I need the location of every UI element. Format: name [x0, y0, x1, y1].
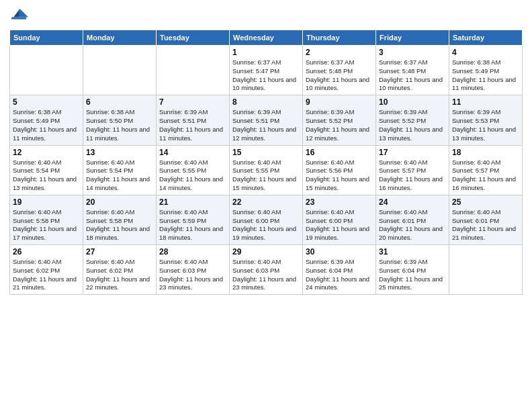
calendar-week-row: 26Sunrise: 6:40 AMSunset: 6:02 PMDayligh…: [10, 245, 523, 295]
calendar-day-cell: 10Sunrise: 6:39 AMSunset: 5:52 PMDayligh…: [376, 95, 449, 145]
calendar-day-cell: 6Sunrise: 6:38 AMSunset: 5:50 PMDaylight…: [83, 95, 157, 145]
page: SundayMondayTuesdayWednesdayThursdayFrid…: [0, 0, 532, 411]
day-info: Sunrise: 6:40 AMSunset: 5:55 PMDaylight:…: [232, 158, 300, 193]
logo-icon: [9, 7, 28, 26]
day-info: Sunrise: 6:38 AMSunset: 5:49 PMDaylight:…: [452, 58, 519, 93]
day-number: 9: [306, 97, 373, 107]
calendar-day-cell: 1Sunrise: 6:37 AMSunset: 5:47 PMDaylight…: [230, 46, 303, 95]
day-info: Sunrise: 6:39 AMSunset: 5:51 PMDaylight:…: [232, 108, 300, 142]
calendar-day-cell: [157, 46, 230, 95]
calendar-day-cell: 22Sunrise: 6:40 AMSunset: 6:00 PMDayligh…: [230, 195, 303, 244]
day-of-week-header: Tuesday: [157, 30, 230, 46]
day-number: 27: [86, 247, 153, 257]
day-info: Sunrise: 6:38 AMSunset: 5:50 PMDaylight:…: [86, 108, 153, 142]
day-of-week-header: Wednesday: [230, 30, 303, 46]
day-of-week-header: Friday: [376, 30, 449, 46]
calendar-day-cell: 13Sunrise: 6:40 AMSunset: 5:54 PMDayligh…: [83, 145, 157, 195]
day-number: 5: [13, 97, 80, 107]
svg-marker-0: [20, 9, 28, 17]
calendar-day-cell: 30Sunrise: 6:39 AMSunset: 6:04 PMDayligh…: [303, 245, 376, 295]
day-info: Sunrise: 6:40 AMSunset: 5:57 PMDaylight:…: [452, 158, 519, 193]
calendar-day-cell: 18Sunrise: 6:40 AMSunset: 5:57 PMDayligh…: [449, 145, 523, 195]
day-number: 22: [232, 197, 300, 207]
day-number: 29: [232, 247, 300, 257]
calendar-week-row: 19Sunrise: 6:40 AMSunset: 5:58 PMDayligh…: [10, 195, 523, 244]
day-number: 6: [86, 97, 153, 107]
day-number: 1: [232, 48, 300, 57]
day-number: 11: [452, 97, 519, 107]
calendar-day-cell: 23Sunrise: 6:40 AMSunset: 6:00 PMDayligh…: [303, 195, 376, 244]
day-number: 13: [86, 148, 153, 157]
day-info: Sunrise: 6:40 AMSunset: 6:03 PMDaylight:…: [232, 258, 300, 292]
day-number: 10: [379, 97, 446, 107]
calendar-day-cell: 14Sunrise: 6:40 AMSunset: 5:55 PMDayligh…: [157, 145, 230, 195]
day-info: Sunrise: 6:39 AMSunset: 5:52 PMDaylight:…: [306, 108, 373, 142]
calendar-day-cell: 25Sunrise: 6:40 AMSunset: 6:01 PMDayligh…: [449, 195, 523, 244]
day-info: Sunrise: 6:40 AMSunset: 5:56 PMDaylight:…: [306, 158, 373, 193]
day-info: Sunrise: 6:37 AMSunset: 5:48 PMDaylight:…: [306, 58, 373, 93]
day-info: Sunrise: 6:39 AMSunset: 6:04 PMDaylight:…: [306, 258, 373, 292]
day-info: Sunrise: 6:40 AMSunset: 6:02 PMDaylight:…: [86, 258, 153, 292]
day-info: Sunrise: 6:40 AMSunset: 5:54 PMDaylight:…: [13, 158, 80, 193]
day-info: Sunrise: 6:40 AMSunset: 5:57 PMDaylight:…: [379, 158, 446, 193]
day-of-week-header: Sunday: [10, 30, 83, 46]
day-info: Sunrise: 6:40 AMSunset: 6:02 PMDaylight:…: [13, 258, 80, 292]
calendar-day-cell: 26Sunrise: 6:40 AMSunset: 6:02 PMDayligh…: [10, 245, 83, 295]
day-number: 15: [232, 148, 300, 157]
day-info: Sunrise: 6:40 AMSunset: 6:00 PMDaylight:…: [306, 208, 373, 242]
day-info: Sunrise: 6:40 AMSunset: 5:54 PMDaylight:…: [86, 158, 153, 193]
svg-rect-2: [11, 17, 26, 19]
day-info: Sunrise: 6:40 AMSunset: 6:03 PMDaylight:…: [159, 258, 226, 292]
logo: [9, 7, 30, 26]
day-info: Sunrise: 6:39 AMSunset: 5:51 PMDaylight:…: [159, 108, 226, 142]
day-number: 23: [306, 197, 373, 207]
day-number: 7: [159, 97, 226, 107]
calendar-day-cell: 3Sunrise: 6:37 AMSunset: 5:48 PMDaylight…: [376, 46, 449, 95]
calendar-day-cell: 16Sunrise: 6:40 AMSunset: 5:56 PMDayligh…: [303, 145, 376, 195]
day-number: 28: [159, 247, 226, 257]
calendar-day-cell: 5Sunrise: 6:38 AMSunset: 5:49 PMDaylight…: [10, 95, 83, 145]
day-number: 12: [13, 148, 80, 157]
calendar-day-cell: 27Sunrise: 6:40 AMSunset: 6:02 PMDayligh…: [83, 245, 157, 295]
day-number: 4: [452, 48, 519, 57]
day-info: Sunrise: 6:40 AMSunset: 5:55 PMDaylight:…: [159, 158, 226, 193]
day-number: 31: [379, 247, 446, 257]
header: [9, 7, 523, 26]
day-of-week-header: Saturday: [449, 30, 523, 46]
day-number: 17: [379, 148, 446, 157]
calendar-day-cell: [83, 46, 157, 95]
day-number: 2: [306, 48, 373, 57]
day-info: Sunrise: 6:40 AMSunset: 5:59 PMDaylight:…: [159, 208, 226, 242]
day-number: 3: [379, 48, 446, 57]
calendar-day-cell: 24Sunrise: 6:40 AMSunset: 6:01 PMDayligh…: [376, 195, 449, 244]
calendar-day-cell: 31Sunrise: 6:39 AMSunset: 6:04 PMDayligh…: [376, 245, 449, 295]
day-info: Sunrise: 6:40 AMSunset: 5:58 PMDaylight:…: [86, 208, 153, 242]
day-number: 30: [306, 247, 373, 257]
calendar-week-row: 5Sunrise: 6:38 AMSunset: 5:49 PMDaylight…: [10, 95, 523, 145]
day-number: 18: [452, 148, 519, 157]
day-of-week-header: Monday: [83, 30, 157, 46]
day-info: Sunrise: 6:40 AMSunset: 6:01 PMDaylight:…: [452, 208, 519, 242]
day-info: Sunrise: 6:40 AMSunset: 6:00 PMDaylight:…: [232, 208, 300, 242]
calendar-day-cell: [10, 46, 83, 95]
day-info: Sunrise: 6:37 AMSunset: 5:48 PMDaylight:…: [379, 58, 446, 93]
day-info: Sunrise: 6:39 AMSunset: 5:53 PMDaylight:…: [452, 108, 519, 142]
day-info: Sunrise: 6:37 AMSunset: 5:47 PMDaylight:…: [232, 58, 300, 93]
calendar-table: SundayMondayTuesdayWednesdayThursdayFrid…: [9, 30, 523, 295]
calendar-day-cell: 29Sunrise: 6:40 AMSunset: 6:03 PMDayligh…: [230, 245, 303, 295]
day-of-week-header: Thursday: [303, 30, 376, 46]
day-number: 21: [159, 197, 226, 207]
day-number: 16: [306, 148, 373, 157]
calendar-week-row: 1Sunrise: 6:37 AMSunset: 5:47 PMDaylight…: [10, 46, 523, 95]
calendar-day-cell: 17Sunrise: 6:40 AMSunset: 5:57 PMDayligh…: [376, 145, 449, 195]
calendar-day-cell: [449, 245, 523, 295]
calendar-day-cell: 21Sunrise: 6:40 AMSunset: 5:59 PMDayligh…: [157, 195, 230, 244]
day-info: Sunrise: 6:40 AMSunset: 6:01 PMDaylight:…: [379, 208, 446, 242]
day-number: 14: [159, 148, 226, 157]
calendar-day-cell: 8Sunrise: 6:39 AMSunset: 5:51 PMDaylight…: [230, 95, 303, 145]
day-number: 25: [452, 197, 519, 207]
calendar-day-cell: 7Sunrise: 6:39 AMSunset: 5:51 PMDaylight…: [157, 95, 230, 145]
calendar-day-cell: 15Sunrise: 6:40 AMSunset: 5:55 PMDayligh…: [230, 145, 303, 195]
calendar-day-cell: 19Sunrise: 6:40 AMSunset: 5:58 PMDayligh…: [10, 195, 83, 244]
day-info: Sunrise: 6:40 AMSunset: 5:58 PMDaylight:…: [13, 208, 80, 242]
